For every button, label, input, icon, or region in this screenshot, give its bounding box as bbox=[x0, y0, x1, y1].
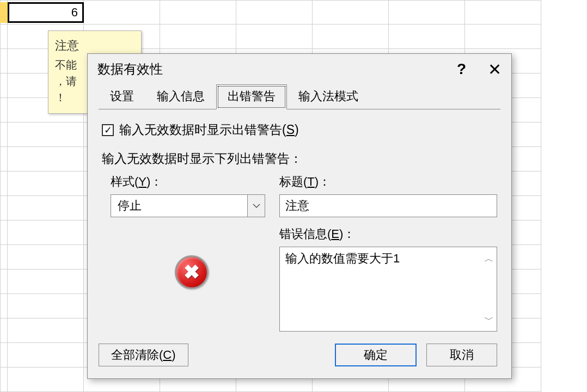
row-header-active bbox=[0, 2, 8, 23]
section-label: 输入无效数据时显示下列出错警告： bbox=[102, 150, 497, 167]
dialog-titlebar[interactable]: 数据有效性 ? ✕ bbox=[88, 54, 511, 84]
cancel-button[interactable]: 取消 bbox=[426, 344, 497, 366]
clear-all-button[interactable]: 全部清除(C) bbox=[99, 344, 188, 366]
error-message-textarea[interactable] bbox=[279, 247, 497, 332]
scroll-down-icon[interactable]: ﹀ bbox=[484, 313, 494, 326]
active-cell[interactable]: 6 bbox=[8, 2, 84, 23]
title-input[interactable] bbox=[279, 194, 497, 217]
style-label: 样式(Y)： bbox=[111, 174, 265, 190]
tab-ime-mode[interactable]: 输入法模式 bbox=[287, 84, 370, 109]
style-select[interactable]: 停止 bbox=[111, 194, 265, 217]
error-message-label: 错误信息(E)： bbox=[279, 226, 497, 242]
tab-error-alert[interactable]: 出错警告 bbox=[216, 84, 287, 109]
title-label: 标题(T)： bbox=[279, 174, 497, 190]
tab-bar: 设置 输入信息 出错警告 输入法模式 bbox=[88, 84, 511, 109]
ok-button[interactable]: 确定 bbox=[335, 344, 417, 366]
close-icon[interactable]: ✕ bbox=[488, 60, 502, 79]
tab-input-message[interactable]: 输入信息 bbox=[145, 84, 216, 109]
tooltip-title: 注意 bbox=[55, 36, 134, 54]
show-error-checkbox[interactable]: ✓ bbox=[102, 124, 114, 136]
dialog-title: 数据有效性 bbox=[97, 60, 457, 78]
style-select-value: 停止 bbox=[111, 198, 247, 214]
scroll-up-icon[interactable]: ︿ bbox=[484, 252, 494, 265]
dialog-content: ✓ 输入无效数据时显示出错警告(S) 输入无效数据时显示下列出错警告： 样式(Y… bbox=[88, 109, 511, 344]
stop-error-icon: ✖ bbox=[175, 255, 209, 289]
show-error-label: 输入无效数据时显示出错警告(S) bbox=[119, 121, 299, 138]
chevron-down-icon bbox=[247, 195, 265, 217]
help-icon[interactable]: ? bbox=[457, 60, 466, 78]
data-validation-dialog: 数据有效性 ? ✕ 设置 输入信息 出错警告 输入法模式 ✓ 输入无效数据时显示… bbox=[87, 53, 512, 379]
tab-settings[interactable]: 设置 bbox=[99, 84, 145, 109]
